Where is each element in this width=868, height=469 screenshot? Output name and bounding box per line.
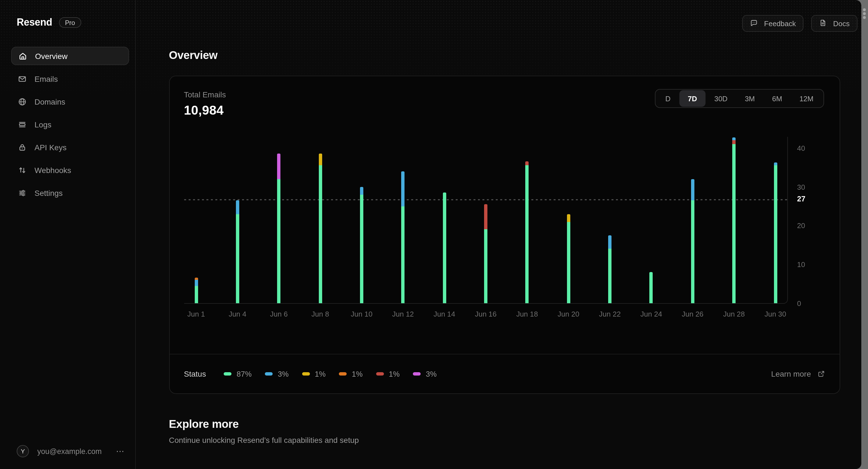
legend-percent: 3%: [426, 370, 437, 378]
bar-segment-green: [691, 200, 694, 303]
sidebar-item-settings[interactable]: Settings: [11, 184, 129, 202]
bar-segment-green: [484, 229, 488, 303]
range-option-7d[interactable]: 7D: [679, 90, 706, 107]
header-actions: Feedback Docs: [743, 15, 858, 32]
emails-bar-chart: 01020304027 Jun 1Jun 4Jun 6Jun 8Jun 10Ju…: [184, 137, 826, 329]
page-title: Overview: [169, 49, 861, 62]
grip-dot: [863, 17, 866, 19]
range-option-6m[interactable]: 6M: [764, 90, 790, 107]
bar-jun-24: [650, 272, 653, 303]
y-tick-label: 30: [797, 182, 805, 192]
brand-logo: Resend: [17, 17, 52, 28]
learn-more-link[interactable]: Learn more: [771, 369, 825, 378]
docs-button[interactable]: Docs: [811, 15, 858, 32]
status-legend: Status 87%3%1%1%1%3%: [184, 369, 437, 378]
metric-value: 10,984: [184, 103, 226, 118]
bar-jun-4: [236, 200, 239, 303]
sidebar-item-label: Webhooks: [34, 165, 71, 175]
bar-segment-yellow: [318, 154, 322, 165]
y-tick-label: 40: [797, 144, 805, 154]
y-tick-label: 10: [797, 260, 805, 270]
range-option-30d[interactable]: 30D: [706, 90, 736, 107]
bar-segment-blue: [608, 235, 612, 249]
metric-block: Total Emails 10,984: [184, 90, 226, 118]
x-tick-label: Jun 24: [632, 310, 671, 318]
bar-jun-26: [691, 179, 694, 303]
feedback-button[interactable]: Feedback: [743, 15, 804, 32]
bar-segment-blue: [194, 280, 198, 286]
bar-jun-20: [567, 214, 570, 303]
account-menu-button[interactable]: ⋯: [114, 445, 127, 457]
globe-icon: [18, 97, 27, 106]
sidebar-item-api-keys[interactable]: API Keys: [11, 138, 129, 156]
plan-badge: Pro: [59, 17, 81, 28]
x-tick-label: Jun 26: [673, 310, 712, 318]
legend-swatch-red: [376, 372, 384, 376]
bar-jun-14: [443, 192, 446, 303]
bar-segment-blue: [236, 200, 239, 214]
grip-dot: [863, 8, 866, 11]
bar-segment-red: [526, 162, 529, 165]
right-scrollbar-rail[interactable]: [861, 0, 868, 469]
bar-segment-green: [774, 165, 777, 303]
x-tick-label: Jun 30: [756, 310, 795, 318]
legend-swatch-yellow: [302, 372, 310, 376]
legend-swatch-orange: [339, 372, 347, 376]
sidebar-item-webhooks[interactable]: Webhooks: [11, 161, 129, 179]
logs-icon: [18, 120, 27, 129]
sidebar-item-label: Domains: [34, 97, 65, 106]
app-window: Resend Pro OverviewEmailsDomainsLogsAPI …: [0, 0, 861, 469]
x-tick-label: Jun 16: [466, 310, 505, 318]
lock-icon: [18, 143, 27, 152]
explore-more-title: Explore more: [169, 418, 861, 431]
legend-title: Status: [184, 369, 206, 378]
bar-jun-16: [484, 204, 488, 303]
range-option-12m[interactable]: 12M: [790, 90, 822, 107]
range-option-d[interactable]: D: [657, 90, 679, 107]
range-option-3m[interactable]: 3M: [736, 90, 764, 107]
learn-more-label: Learn more: [771, 369, 811, 378]
bar-jun-10: [360, 187, 363, 303]
bar-segment-blue: [401, 171, 405, 207]
mail-icon: [18, 74, 27, 83]
reference-line-label: 27: [797, 194, 805, 204]
bar-jun-12: [401, 171, 405, 303]
chart-card-footer: Status 87%3%1%1%1%3% Learn more: [169, 354, 839, 393]
bar-segment-blue: [774, 163, 777, 165]
x-tick-label: Jun 10: [342, 310, 381, 318]
main-content: Feedback Docs Overview Total: [135, 0, 861, 469]
x-tick-label: Jun 1: [177, 310, 216, 318]
arrows-up-down-icon: [18, 165, 27, 175]
chat-bubble-icon: [750, 19, 759, 28]
x-tick-label: Jun 6: [259, 310, 298, 318]
legend-item-red: 1%: [376, 370, 400, 378]
bar-segment-green: [608, 249, 612, 303]
bar-jun-30: [774, 163, 777, 303]
sidebar-item-overview[interactable]: Overview: [11, 47, 129, 65]
account-row[interactable]: Y you@example.com ⋯: [17, 445, 127, 457]
bar-segment-red: [484, 204, 488, 229]
grip-dot: [863, 12, 866, 15]
bar-segment-blue: [691, 179, 694, 200]
avatar: Y: [17, 445, 29, 457]
bar-segment-green: [526, 165, 529, 303]
sliders-icon: [18, 188, 27, 197]
x-tick-label: Jun 20: [549, 310, 588, 318]
sidebar-item-label: Emails: [34, 74, 58, 83]
sidebar-item-label: Settings: [34, 188, 63, 197]
user-email: you@example.com: [37, 447, 114, 456]
sidebar-item-emails[interactable]: Emails: [11, 69, 129, 88]
bar-segment-green: [194, 286, 198, 303]
x-tick-label: Jun 4: [218, 310, 257, 318]
sidebar-item-logs[interactable]: Logs: [11, 115, 129, 133]
legend-item-yellow: 1%: [302, 370, 326, 378]
emails-chart-card: Total Emails 10,984 D7D30D3M6M12M 010203…: [169, 76, 840, 394]
bar-segment-green: [732, 144, 736, 303]
y-tick-label: 20: [797, 221, 805, 231]
legend-percent: 3%: [278, 370, 288, 378]
sidebar-item-label: Logs: [34, 120, 52, 129]
legend-item-magenta: 3%: [413, 370, 437, 378]
bar-segment-green: [401, 206, 405, 303]
sidebar-item-domains[interactable]: Domains: [11, 92, 129, 111]
bar-jun-28: [732, 137, 736, 303]
